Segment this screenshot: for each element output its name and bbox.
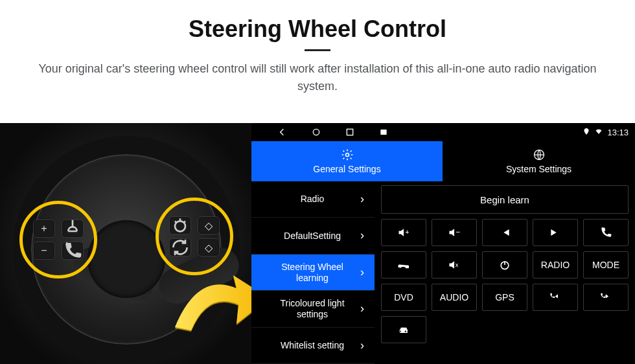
volume-up-icon: + — [397, 226, 410, 239]
tab-system-label: System Settings — [506, 164, 572, 174]
wheel-btn-diamond: ◇ — [198, 216, 220, 234]
track-prev-icon — [498, 226, 511, 239]
wheel-hub — [87, 220, 165, 298]
highlight-circle-left: + − — [19, 201, 97, 279]
chevron-right-icon: › — [360, 266, 364, 280]
track-next-icon — [549, 226, 562, 239]
power-icon — [498, 258, 511, 271]
sidebar-item-defaultsetting[interactable]: DefaultSetting› — [251, 218, 375, 254]
nav-home-icon[interactable] — [311, 127, 321, 137]
svg-text:+: + — [406, 229, 410, 236]
wheel-btn-dash — [169, 216, 191, 234]
page-subtitle: Your original car's steering wheel contr… — [26, 60, 609, 95]
nav-back-icon[interactable] — [277, 127, 288, 137]
begin-learn-button[interactable]: Begin learn — [381, 185, 629, 214]
wheel-btn-plus: + — [33, 220, 55, 238]
highlight-circle-right: ◇ ◇ — [156, 198, 233, 275]
wifi-icon — [594, 128, 603, 137]
btn-call-prev[interactable] — [533, 284, 578, 311]
sidebar-item-radio[interactable]: Radio› — [251, 181, 375, 218]
btn-gps[interactable]: GPS — [482, 284, 527, 311]
btn-next[interactable] — [533, 219, 578, 246]
nav-recents-icon[interactable] — [345, 127, 355, 137]
car-icon — [397, 323, 410, 336]
head-unit-screen: 13:13 General Settings System Settings R… — [251, 123, 635, 364]
volume-down-icon: − — [448, 226, 461, 239]
wheel-btn-phone — [62, 242, 84, 260]
chevron-right-icon: › — [360, 339, 364, 353]
settings-sidebar: Radio› DefaultSetting› Steering Wheel le… — [251, 181, 375, 364]
sidebar-item-steering-wheel-learning[interactable]: Steering Wheel learning› — [251, 255, 375, 291]
phone-icon — [599, 226, 612, 239]
btn-car[interactable] — [381, 316, 426, 343]
chevron-right-icon: › — [360, 192, 364, 207]
gps-icon — [583, 128, 590, 137]
phone-hangup-icon — [397, 258, 410, 271]
tab-general-label: General Settings — [313, 164, 380, 174]
title-divider — [305, 49, 330, 51]
nav-screenshot-icon[interactable] — [378, 127, 389, 137]
btn-radio[interactable]: RADIO — [533, 251, 578, 279]
btn-audio[interactable]: AUDIO — [432, 284, 477, 311]
sidebar-item-tricoloured-light[interactable]: Tricoloured light settings› — [251, 291, 375, 327]
clock-time: 13:13 — [607, 128, 629, 137]
svg-rect-3 — [380, 130, 386, 135]
empty-cell — [482, 316, 527, 343]
phone-next-icon — [599, 291, 612, 304]
product-panel: + − ◇ ◇ 13:13 — [0, 123, 635, 364]
learning-panel: Begin learn + − x RADIO MODE DVD AUDIO G… — [375, 181, 635, 364]
btn-hangup[interactable] — [381, 251, 426, 279]
chevron-right-icon: › — [360, 229, 364, 243]
btn-mode[interactable]: MODE — [583, 251, 629, 279]
svg-point-1 — [313, 129, 319, 135]
btn-vol-down[interactable]: − — [432, 219, 477, 246]
empty-cell — [432, 316, 477, 343]
wheel-btn-cycle — [169, 238, 191, 256]
btn-mute[interactable]: x — [432, 251, 477, 279]
wheel-btn-minus: − — [33, 242, 55, 260]
chevron-right-icon: › — [360, 302, 364, 316]
btn-dvd[interactable]: DVD — [381, 284, 426, 311]
svg-text:x: x — [456, 262, 459, 268]
volume-mute-icon: x — [448, 258, 461, 271]
empty-cell — [583, 316, 629, 343]
function-button-grid: + − x RADIO MODE DVD AUDIO GPS — [381, 219, 629, 343]
steering-wheel-photo: + − ◇ ◇ — [0, 123, 253, 364]
globe-icon — [533, 148, 546, 161]
btn-call-next[interactable] — [583, 284, 629, 311]
gear-icon — [341, 148, 354, 161]
svg-text:−: − — [456, 227, 461, 236]
page-title: Steering Wheel Control — [26, 16, 609, 43]
svg-point-4 — [345, 154, 349, 157]
tab-system-settings[interactable]: System Settings — [443, 141, 635, 181]
wheel-btn-diamond2: ◇ — [198, 238, 220, 256]
empty-cell — [533, 316, 578, 343]
sidebar-item-whitelist[interactable]: Whitelist setting› — [251, 328, 375, 364]
btn-prev[interactable] — [482, 219, 527, 246]
tab-general-settings[interactable]: General Settings — [251, 141, 443, 181]
settings-tabs: General Settings System Settings — [251, 141, 635, 181]
phone-prev-icon — [549, 291, 562, 304]
wheel-btn-voice — [62, 220, 84, 238]
btn-vol-up[interactable]: + — [381, 219, 426, 246]
svg-rect-2 — [347, 129, 352, 135]
android-status-bar: 13:13 — [251, 123, 635, 141]
btn-call[interactable] — [583, 219, 629, 246]
btn-power[interactable] — [482, 251, 527, 279]
